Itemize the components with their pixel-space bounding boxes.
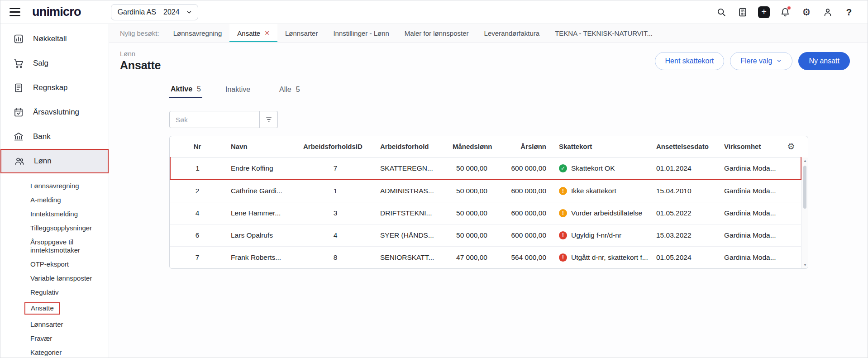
ansatte-highlight-box: Ansatte	[24, 302, 60, 315]
hamburger-menu-icon[interactable]	[10, 8, 20, 16]
lonn-submenu: Lønnsavregning A-melding Inntektsmelding…	[30, 179, 105, 358]
recently-visited-bar: Nylig besøkt: Lønnsavregning Ansatte ✕ L…	[109, 24, 868, 43]
chevron-down-icon	[186, 9, 192, 15]
sidebar-subitem-a-melding[interactable]: A-melding	[30, 193, 105, 207]
topbar-icons: + ⚙ ?	[715, 5, 856, 19]
main-area: Nylig besøkt: Lønnsavregning Ansatte ✕ L…	[109, 24, 868, 358]
plus-icon: +	[758, 6, 770, 18]
notifications-bell-icon[interactable]	[778, 5, 792, 19]
company-year: 2024	[163, 8, 180, 16]
user-profile-icon[interactable]	[821, 5, 835, 19]
recently-visited-label: Nylig besøkt:	[120, 24, 159, 42]
calendar-check-icon	[13, 107, 24, 118]
calculator-icon[interactable]	[736, 5, 749, 19]
sidebar-item-label: Nøkkeltall	[33, 34, 67, 43]
content: Aktive5 Inaktive Alle5	[109, 78, 868, 269]
sidebar-subitem-lonnsarter[interactable]: Lønnsarter	[30, 317, 105, 331]
scroll-up-icon[interactable]: ▲	[802, 159, 808, 163]
recent-tab-tekna[interactable]: TEKNA - TEKNISK-NATURVIT...	[547, 24, 660, 42]
header-arbeidsforhold[interactable]: Arbeidsforhold	[374, 136, 446, 157]
sidebar-subitem-regulativ[interactable]: Regulativ	[30, 285, 105, 299]
ny-ansatt-button[interactable]: Ny ansatt	[798, 52, 850, 70]
header-manedslonn[interactable]: Månedslønn	[446, 136, 494, 157]
sidebar-subitem-kategorier[interactable]: Kategorier	[30, 345, 105, 358]
table-row[interactable]: 7 Frank Roberts... 8 SENIORSKATT... 47 0…	[170, 246, 801, 268]
table-row[interactable]: 6 Lars Opalrufs 4 SYER (HÅNDS... 50 000,…	[170, 224, 801, 246]
table-row[interactable]: 4 Lene Hammer... 3 DRIFTSTEKNI... 50 000…	[170, 202, 801, 224]
tab-alle[interactable]: Alle5	[278, 81, 301, 98]
filter-button[interactable]	[260, 111, 278, 128]
table-row[interactable]: 2 Cathrine Gardi... 1 ADMINISTRAS... 50 …	[170, 180, 801, 202]
sidebar-item-bank[interactable]: Bank	[0, 124, 109, 149]
recent-tab-innstillinger-lonn[interactable]: Innstillinger - Lønn	[325, 24, 396, 42]
table-scrollbar[interactable]: ▲ ▼	[801, 158, 808, 268]
sidebar-item-label: Årsavslutning	[33, 108, 79, 117]
header-ansettelsesdato[interactable]: Ansettelsesdato	[650, 136, 718, 157]
header-navn[interactable]: Navn	[224, 136, 297, 157]
header-actions: Hent skattekort Flere valg Ny ansatt	[655, 52, 850, 70]
search-icon[interactable]	[715, 5, 728, 19]
sidebar-subitem-tilleggsopplysninger[interactable]: Tilleggsopplysninger	[30, 221, 105, 235]
sidebar-item-lonn[interactable]: Lønn	[0, 149, 109, 173]
create-new-icon[interactable]: +	[757, 5, 771, 19]
header-skattekort[interactable]: Skattekort	[553, 136, 650, 157]
chevron-down-icon	[776, 58, 782, 64]
tab-count: 5	[296, 86, 300, 94]
sidebar-item-nokkeltall[interactable]: Nøkkeltall	[0, 27, 109, 51]
header-arbeidsforholds-id[interactable]: ArbeidsforholdsID	[297, 136, 374, 157]
tab-count: 5	[197, 85, 201, 93]
recent-tab-ansatte[interactable]: Ansatte ✕	[229, 24, 277, 42]
sidebar-subitem-lonnsavregning[interactable]: Lønnsavregning	[30, 179, 105, 193]
status-error-icon: !	[559, 253, 567, 262]
sidebar-subitem-fravaer[interactable]: Fravær	[30, 331, 105, 345]
bank-icon	[13, 131, 24, 142]
close-icon[interactable]: ✕	[264, 30, 270, 36]
settings-gear-icon[interactable]: ⚙	[800, 5, 813, 19]
help-icon[interactable]: ?	[842, 5, 856, 19]
cart-icon	[13, 58, 24, 69]
filter-icon	[265, 115, 273, 124]
flere-valg-button[interactable]: Flere valg	[730, 52, 792, 70]
status-warning-icon: !	[559, 187, 567, 195]
header-virksomhet[interactable]: Virksomhet	[718, 136, 781, 157]
top-bar: unimicro Gardinia AS 2024 + ⚙	[0, 0, 868, 24]
sidebar-item-arsavslutning[interactable]: Årsavslutning	[0, 100, 109, 124]
search-input[interactable]	[169, 111, 260, 128]
hent-skattekort-button[interactable]: Hent skattekort	[655, 52, 725, 70]
sidebar-subitem-inntektsmelding[interactable]: Inntektsmelding	[30, 207, 105, 221]
sidebar-item-label: Lønn	[34, 157, 52, 166]
notification-badge	[787, 6, 791, 10]
recent-tab-lonnsarter[interactable]: Lønnsarter	[277, 24, 326, 42]
view-tabs: Aktive5 Inaktive Alle5	[169, 81, 808, 98]
header-nr[interactable]: Nr	[170, 136, 224, 157]
recent-tab-maler-for-lonnsposter[interactable]: Maler for lønnsposter	[397, 24, 477, 42]
sidebar-subitem-ansatte[interactable]: Ansatte	[30, 299, 105, 317]
table-header-row: Nr Navn ArbeidsforholdsID Arbeidsforhold…	[170, 136, 801, 157]
search-row	[169, 111, 808, 128]
scrollbar-thumb[interactable]	[803, 166, 806, 209]
company-selector[interactable]: Gardinia AS 2024	[111, 4, 198, 20]
sidebar: Nøkkeltall Salg Regnskap Årsavslutning B…	[0, 24, 109, 358]
sidebar-subitem-variable-lonnsposter[interactable]: Variable lønnsposter	[30, 271, 105, 285]
company-name: Gardinia AS	[118, 8, 156, 16]
sidebar-item-regnskap[interactable]: Regnskap	[0, 76, 109, 100]
page-title: Ansatte	[120, 59, 161, 72]
sidebar-item-label: Salg	[33, 59, 48, 68]
page-header: Lønn Ansatte Hent skattekort Flere valg …	[109, 43, 868, 78]
tab-aktive[interactable]: Aktive5	[169, 81, 202, 98]
status-error-icon: !	[559, 231, 567, 239]
recent-tab-lonnsavregning[interactable]: Lønnsavregning	[166, 24, 230, 42]
sidebar-subitem-otp-eksport[interactable]: OTP-eksport	[30, 257, 105, 271]
tab-inaktive[interactable]: Inaktive	[224, 81, 256, 98]
scroll-down-icon[interactable]: ▼	[802, 263, 808, 267]
column-settings-gear-icon[interactable]: ⚙	[781, 136, 801, 157]
people-icon	[14, 156, 25, 167]
app-logo: unimicro	[32, 5, 81, 19]
recent-tab-leverandorfaktura[interactable]: Leverandørfaktura	[477, 24, 548, 42]
ledger-icon	[13, 82, 24, 93]
app-window: unimicro Gardinia AS 2024 + ⚙	[0, 0, 868, 358]
header-arslonn[interactable]: Årslønn	[494, 136, 553, 157]
table-row[interactable]: 1 Endre Koffing 7 SKATTEREGN... 50 000,0…	[170, 157, 801, 180]
sidebar-item-salg[interactable]: Salg	[0, 51, 109, 76]
sidebar-subitem-arsoppgave[interactable]: Årsoppgave til inntektsmottaker	[30, 235, 105, 257]
